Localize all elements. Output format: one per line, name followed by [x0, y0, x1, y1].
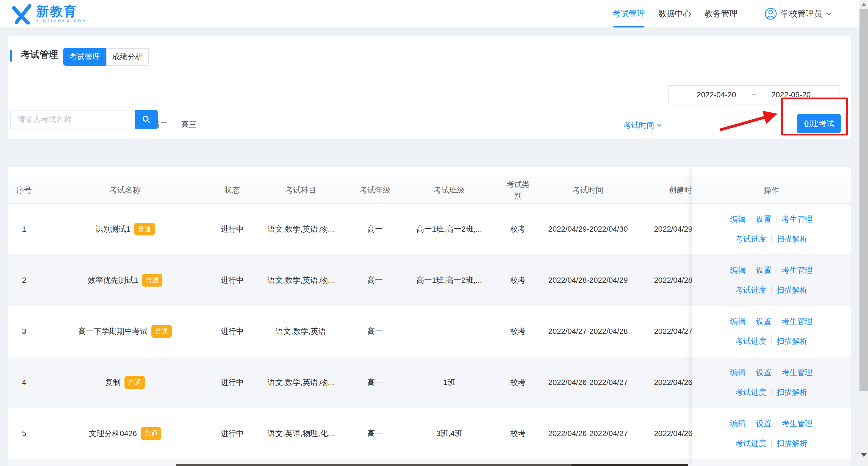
- action-divider: [751, 215, 751, 223]
- search-button[interactable]: [135, 110, 158, 129]
- exam-type-badge: 普通: [124, 376, 145, 389]
- cell-exam-time: 2022/04/26-2022/04/27: [540, 357, 636, 408]
- chevron-down-icon: [826, 12, 832, 15]
- date-range-start[interactable]: 2022-04-20: [697, 90, 736, 99]
- cell-exam-type: 校考: [496, 204, 540, 254]
- filters-panel: 考试管理 考试管理成绩分析 年级筛选: 全部七年级高一高二高三 考试时间 202…: [8, 36, 851, 139]
- action-edit[interactable]: 编辑: [730, 316, 746, 327]
- date-range-end[interactable]: 2022-05-20: [771, 90, 811, 99]
- action-exam-progress[interactable]: 考试进度: [736, 234, 766, 244]
- action-settings[interactable]: 设置: [756, 418, 772, 429]
- column-header: 考试名称: [40, 177, 210, 203]
- user-name: 学校管理员: [781, 8, 822, 20]
- cell-grade: 高一: [348, 306, 403, 356]
- cell-index: 4: [8, 357, 40, 408]
- cell-index: 1: [8, 204, 40, 254]
- action-settings[interactable]: 设置: [756, 265, 772, 276]
- action-divider: [771, 440, 772, 447]
- search-bar: [10, 110, 158, 129]
- cell-grade: 高一: [348, 255, 403, 306]
- create-exam-button[interactable]: 创建考试: [797, 114, 841, 133]
- action-scan-analysis[interactable]: 扫描解析: [777, 285, 808, 296]
- nav-item[interactable]: 数据中心: [658, 0, 691, 28]
- scroll-up-arrow-icon[interactable]: [861, 3, 867, 6]
- action-scan-analysis[interactable]: 扫描解析: [777, 438, 808, 449]
- vertical-scrollbar-thumb[interactable]: [860, 9, 868, 391]
- exam-time-filter[interactable]: 考试时间: [623, 120, 662, 130]
- cell-exam-type: 校考: [496, 255, 540, 306]
- exam-type-badge: 普通: [142, 274, 162, 287]
- cell-exam-name: 高一下学期期中考试 普通: [40, 306, 210, 356]
- search-input[interactable]: [10, 110, 135, 129]
- cell-index: 5: [8, 408, 40, 459]
- view-tab[interactable]: 成绩分析: [106, 48, 149, 66]
- action-settings[interactable]: 设置: [756, 214, 772, 224]
- cell-index: 2: [8, 255, 40, 306]
- action-exam-progress[interactable]: 考试进度: [736, 285, 766, 296]
- table-header-row: 序号考试名称状态考试科目考试年级考试班级考试类别考试时间创建时间: [8, 177, 732, 204]
- horizontal-scrollbar-thumb[interactable]: [571, 464, 688, 466]
- action-divider: [776, 215, 777, 223]
- date-range-picker[interactable]: 2022-04-20 ~ 2022-05-20: [668, 85, 839, 104]
- cell-subjects: 语文,数学,英语,物...: [254, 204, 348, 254]
- cell-index: 3: [8, 306, 40, 356]
- column-header: 考试科目: [254, 177, 348, 203]
- horizontal-scrollbar[interactable]: [176, 464, 688, 466]
- cell-exam-type: 校考: [496, 357, 540, 408]
- page-title: 考试管理: [21, 49, 58, 61]
- column-header: 考试类别: [496, 177, 540, 203]
- action-settings[interactable]: 设置: [756, 367, 772, 378]
- logo-text: 新教育: [36, 5, 87, 18]
- row-actions: 编辑设置考生管理考试进度扫描解析: [691, 408, 851, 459]
- action-settings[interactable]: 设置: [756, 316, 772, 327]
- action-scan-analysis[interactable]: 扫描解析: [777, 336, 808, 346]
- cell-classes: 高一1班,高一2班,...: [403, 255, 496, 306]
- action-scan-analysis[interactable]: 扫描解析: [777, 234, 808, 244]
- action-edit[interactable]: 编辑: [730, 367, 746, 378]
- cell-exam-time: 2022/04/27-2022/04/28: [540, 306, 636, 356]
- cell-subjects: 语文,数学,英语,物...: [254, 255, 348, 306]
- action-student-management[interactable]: 考生管理: [782, 418, 813, 429]
- table-row: 1 识别测试1 普通 进行中 语文,数学,英语,物... 高一 高一1班,高一2…: [8, 204, 732, 255]
- action-exam-progress[interactable]: 考试进度: [736, 438, 766, 449]
- cell-subjects: 语文,数学,英语,物...: [254, 357, 348, 408]
- cell-grade: 高一: [348, 204, 403, 254]
- action-divider: [776, 369, 777, 376]
- cell-status: 进行中: [210, 408, 254, 459]
- table-row: 5 文理分科0426 普通 进行中 语文,英语,物理,化... 高一 3班,4班…: [8, 408, 732, 459]
- user-menu[interactable]: 学校管理员: [765, 7, 832, 20]
- action-edit[interactable]: 编辑: [730, 418, 746, 429]
- action-student-management[interactable]: 考生管理: [782, 265, 813, 276]
- action-student-management[interactable]: 考生管理: [782, 316, 813, 327]
- column-header-actions: 操作: [691, 177, 851, 204]
- action-student-management[interactable]: 考生管理: [782, 214, 813, 224]
- action-divider: [776, 267, 777, 274]
- cell-subjects: 语文,英语,物理,化...: [254, 408, 348, 459]
- cell-status: 进行中: [210, 306, 254, 356]
- view-tabs: 考试管理成绩分析: [63, 48, 149, 66]
- cell-index: [8, 459, 40, 466]
- view-tab[interactable]: 考试管理: [63, 48, 106, 66]
- row-actions: [691, 459, 851, 466]
- action-edit[interactable]: 编辑: [730, 214, 746, 224]
- action-exam-progress[interactable]: 考试进度: [736, 336, 766, 346]
- nav-item[interactable]: 考试管理: [612, 0, 645, 28]
- grade-filter-option[interactable]: 高三: [181, 120, 197, 130]
- action-divider: [751, 369, 751, 376]
- action-divider: [776, 318, 777, 325]
- cell-grade: 高一: [348, 408, 403, 459]
- action-divider: [771, 235, 772, 243]
- action-exam-progress[interactable]: 考试进度: [736, 387, 766, 398]
- nav-item[interactable]: 教务管理: [705, 0, 738, 28]
- row-actions: 编辑设置考生管理考试进度扫描解析: [691, 357, 851, 408]
- scroll-down-arrow-icon[interactable]: [861, 453, 867, 457]
- top-bar: 新教育 XINJIAOYU.COM 考试管理 数据中心 教务管理 学校管理员: [0, 0, 860, 28]
- logo[interactable]: 新教育 XINJIAOYU.COM: [10, 2, 87, 25]
- vertical-scrollbar[interactable]: [860, 0, 868, 466]
- search-icon: [142, 115, 151, 124]
- action-scan-analysis[interactable]: 扫描解析: [777, 387, 808, 398]
- action-divider: [771, 389, 772, 396]
- action-edit[interactable]: 编辑: [730, 265, 746, 276]
- action-student-management[interactable]: 考生管理: [782, 367, 813, 378]
- column-header: 状态: [210, 177, 254, 203]
